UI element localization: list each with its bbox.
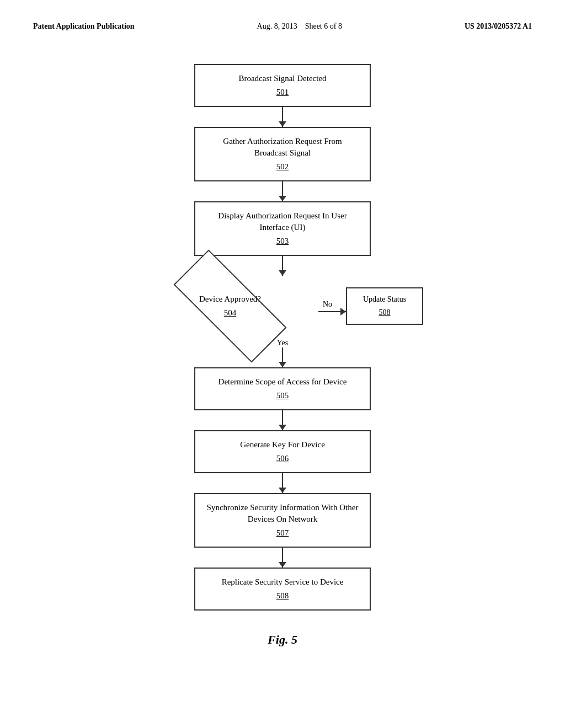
header-right: US 2013/0205372 A1 [465,22,532,31]
box-503-text: Display Authorization Request In User In… [218,211,347,232]
box-update-status: Update Status 508 [346,287,423,324]
box-506-text: Generate Key For Device [240,440,325,449]
publication-date: Aug. 8, 2013 [257,22,297,30]
figure-label: Fig. 5 [33,633,532,647]
publication-label: Patent Application Publication [33,22,135,30]
box-505-num: 505 [206,390,359,402]
arrow-503-504 [282,256,283,276]
fig-label-text: Fig. 5 [268,633,297,646]
diamond-504-text: Device Approved? 504 [199,293,261,319]
update-status-text: Update Status [363,295,406,303]
no-arrow [318,311,346,312]
arrow-501-502 [282,107,283,127]
box-503-num: 503 [206,235,359,247]
box-507-text: Synchronize Security Information With Ot… [207,503,359,523]
decision-504-center: Device Approved? 504 [142,276,318,336]
box-502-text: Gather Authorization Request From Broadc… [223,137,342,157]
box-502-num: 502 [206,161,359,173]
arrow-505-506 [282,410,283,430]
header-center: Aug. 8, 2013 Sheet 6 of 8 [257,22,342,31]
box-508-text: Replicate Security Service to Device [222,577,344,586]
box-501-num: 501 [206,87,359,98]
patent-page: Patent Application Publication Aug. 8, 2… [0,0,565,728]
decision-row-504: Device Approved? 504 No Update Status 50… [117,276,448,336]
header-left: Patent Application Publication [33,22,135,31]
arrow-507-508 [282,548,283,568]
flowchart: Broadcast Signal Detected 501 Gather Aut… [33,64,532,611]
box-508: Replicate Security Service to Device 508 [194,568,371,611]
box-501: Broadcast Signal Detected 501 [194,64,371,107]
diamond-504-num: 504 [199,307,261,319]
no-branch: No Update Status 508 [318,287,423,324]
box-506: Generate Key For Device 506 [194,430,371,473]
no-label: No [323,300,332,309]
sheet-info: Sheet 6 of 8 [305,22,342,30]
box-501-text: Broadcast Signal Detected [238,74,326,83]
yes-label: Yes [277,339,288,347]
update-status-num: 508 [355,307,414,318]
box-505: Determine Scope of Access for Device 505 [194,367,371,410]
box-508-num: 508 [206,590,359,602]
box-502: Gather Authorization Request From Broadc… [194,127,371,181]
diamond-504: Device Approved? 504 [142,276,318,336]
box-503: Display Authorization Request In User In… [194,201,371,256]
arrow-504-505 [282,347,283,367]
diamond-504-label: Device Approved? [199,295,261,303]
box-506-num: 506 [206,453,359,464]
yes-arrow-container: Yes [277,336,288,367]
arrow-502-503 [282,181,283,201]
arrow-506-507 [282,473,283,493]
box-507-num: 507 [206,527,359,539]
patent-number: US 2013/0205372 A1 [465,22,532,30]
box-505-text: Determine Scope of Access for Device [218,377,347,386]
box-507: Synchronize Security Information With Ot… [194,493,371,548]
header: Patent Application Publication Aug. 8, 2… [33,22,532,31]
